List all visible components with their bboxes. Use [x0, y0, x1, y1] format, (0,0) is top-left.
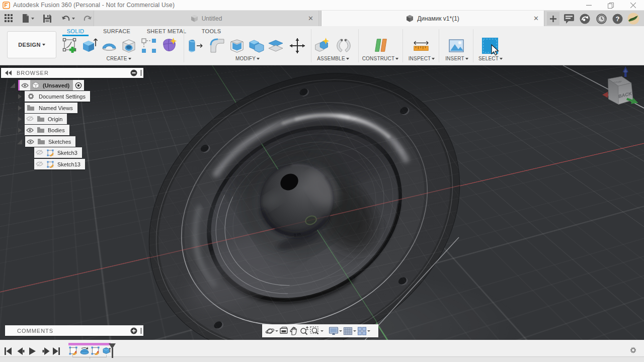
go-to-start-button[interactable] [4, 347, 12, 354]
application-menu-button[interactable] [3, 12, 15, 25]
offset-face-button[interactable] [267, 37, 284, 54]
group-label-inspect[interactable]: INSPECT [401, 56, 442, 61]
revolve-button[interactable] [101, 37, 118, 54]
timeline-feature-sketch[interactable] [91, 346, 100, 355]
group-label-assemble[interactable]: ASSEMBLE [313, 56, 353, 61]
document-tab-speaker[interactable]: Динамик v1*(1) ✕ [321, 11, 544, 26]
comments-panel-header[interactable]: COMMENTS [5, 325, 143, 336]
browser-row-document-settings[interactable]: Document Settings [18, 91, 90, 102]
user-avatar[interactable] [627, 13, 639, 25]
browser-header[interactable]: BROWSER [1, 68, 143, 78]
pattern-button[interactable] [140, 37, 157, 54]
step-forward-button[interactable] [42, 347, 50, 354]
zoom-window-button[interactable] [310, 326, 324, 335]
look-at-button[interactable] [279, 326, 288, 335]
job-status-button[interactable] [579, 13, 591, 25]
press-pull-button[interactable] [187, 37, 204, 54]
undo-caret[interactable] [72, 18, 75, 20]
zoom-button[interactable] [299, 326, 309, 335]
play-button[interactable] [29, 347, 36, 354]
display-settings-caret[interactable] [339, 330, 342, 332]
group-label-construct[interactable]: CONSTRUCT [359, 56, 401, 61]
visibility-eye-off-icon[interactable] [34, 161, 45, 167]
visibility-eye-icon[interactable] [25, 128, 35, 133]
selected-document-segment[interactable]: (Unsaved) [30, 80, 73, 90]
pan-button[interactable] [289, 326, 298, 335]
tab-close-icon[interactable]: ✕ [533, 15, 539, 22]
browser-row-origin[interactable]: Origin [18, 114, 67, 124]
create-form-button[interactable] [160, 37, 178, 54]
timeline-settings-button[interactable] [629, 346, 637, 356]
new-component-button[interactable] [313, 37, 331, 54]
move-button[interactable] [289, 37, 306, 54]
speaker-model[interactable]: 2 in [0, 65, 644, 340]
tab-surface[interactable]: SURFACE [103, 28, 131, 34]
document-tab-untitled[interactable]: Untitled ✕ [94, 11, 319, 26]
visibility-eye-off-icon[interactable] [25, 116, 35, 122]
grid-settings-button[interactable] [343, 326, 356, 336]
expander-collapsed-icon[interactable] [18, 94, 22, 99]
help-button[interactable]: ? [611, 13, 623, 25]
grid-settings-caret[interactable] [353, 330, 356, 332]
insert-image-button[interactable] [448, 37, 465, 54]
collapse-panel-icon[interactable] [5, 70, 12, 75]
browser-row-named-views[interactable]: Named Views [18, 103, 77, 113]
panel-minus-icon[interactable] [130, 69, 137, 76]
hole-button[interactable] [120, 37, 137, 54]
measure-button[interactable] [413, 37, 430, 54]
shell-button[interactable] [228, 37, 246, 54]
expander-collapsed-icon[interactable] [18, 128, 22, 133]
tab-tools[interactable]: TOOLS [200, 28, 222, 34]
extrude-button[interactable] [80, 37, 98, 54]
expander-collapsed-icon[interactable] [18, 106, 22, 111]
expander-expanded-icon[interactable] [10, 83, 15, 88]
minimize-button[interactable] [580, 0, 597, 11]
browser-row-sketch13[interactable]: Sketch13 [34, 159, 85, 169]
browser-row-chip[interactable]: Named Views [25, 103, 77, 113]
browser-row-chip[interactable]: Origin [25, 114, 67, 124]
create-sketch-button[interactable] [62, 37, 79, 54]
new-tab-button[interactable] [547, 12, 559, 25]
add-comment-icon[interactable] [130, 327, 137, 334]
restore-button[interactable] [602, 0, 619, 11]
viewports-caret[interactable] [367, 330, 370, 332]
panel-grip[interactable] [140, 328, 142, 334]
joint-button[interactable] [335, 37, 352, 54]
zoom-window-caret[interactable] [320, 330, 324, 332]
undo-button[interactable] [60, 12, 76, 25]
group-label-select[interactable]: SELECT [470, 56, 511, 61]
save-button[interactable] [42, 12, 53, 25]
orbit-caret[interactable] [275, 330, 278, 332]
tab-solid[interactable]: SOLID [63, 28, 88, 34]
notifications-button[interactable] [595, 13, 607, 25]
go-to-end-button[interactable] [52, 347, 60, 354]
workspace-selector[interactable]: DESIGN [7, 31, 56, 58]
group-label-create[interactable]: CREATE [99, 56, 139, 61]
browser-row-chip[interactable]: Sketch13 [34, 159, 85, 169]
activate-radio-icon[interactable] [73, 82, 84, 89]
timeline-feature-revolve[interactable] [80, 346, 89, 355]
file-menu-button[interactable] [21, 12, 36, 25]
expander-collapsed-icon[interactable] [18, 117, 22, 122]
browser-row-sketches[interactable]: Sketches [17, 136, 75, 147]
browser-row-chip[interactable]: Sketch3 [34, 147, 82, 158]
step-back-button[interactable] [17, 347, 24, 354]
browser-row-chip[interactable]: Bodies [25, 125, 69, 135]
browser-row-chip[interactable]: Sketches [25, 136, 75, 147]
orbit-button[interactable] [265, 326, 278, 336]
browser-row-bodies[interactable]: Bodies [18, 125, 69, 135]
panel-grip[interactable] [140, 70, 142, 76]
view-cube[interactable]: TOP BACK [602, 66, 639, 106]
visibility-eye-off-icon[interactable] [34, 150, 45, 155]
viewports-button[interactable] [357, 326, 370, 336]
expander-expanded-icon[interactable] [17, 139, 22, 144]
fillet-button[interactable] [209, 37, 226, 54]
construction-plane-button[interactable] [372, 37, 389, 54]
group-label-modify[interactable]: MODIFY [227, 56, 268, 61]
close-button[interactable] [624, 0, 641, 11]
display-settings-button[interactable] [329, 326, 342, 336]
browser-row-chip[interactable]: Document Settings [25, 91, 90, 102]
tab-close-icon[interactable]: ✕ [308, 15, 313, 22]
browser-row-chip[interactable]: (Unsaved) [18, 80, 84, 90]
visibility-eye-icon[interactable] [25, 139, 36, 144]
